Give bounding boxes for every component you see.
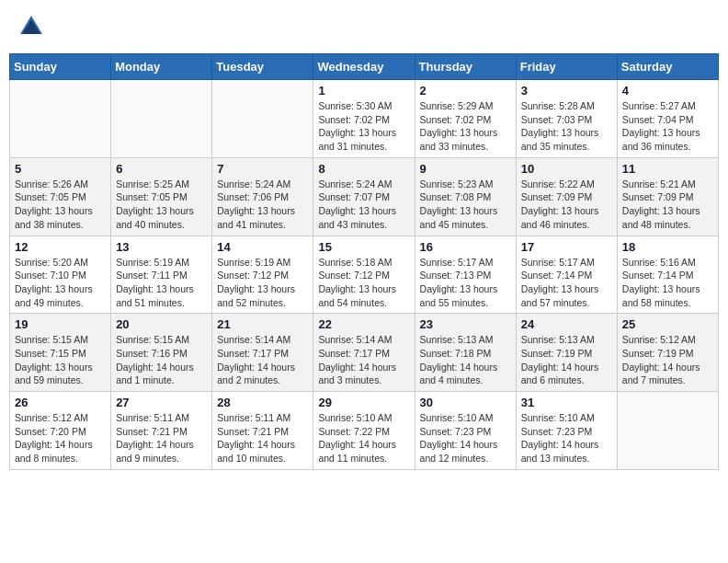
calendar-cell: 13Sunrise: 5:19 AM Sunset: 7:11 PM Dayli… — [111, 236, 212, 314]
calendar-cell — [212, 80, 313, 158]
day-info: Sunrise: 5:12 AM Sunset: 7:20 PM Dayligh… — [15, 411, 106, 465]
calendar-cell: 19Sunrise: 5:15 AM Sunset: 7:15 PM Dayli… — [10, 314, 111, 392]
day-info: Sunrise: 5:11 AM Sunset: 7:21 PM Dayligh… — [116, 411, 207, 465]
day-number: 18 — [622, 240, 713, 254]
calendar-cell: 23Sunrise: 5:13 AM Sunset: 7:18 PM Dayli… — [415, 314, 516, 392]
calendar-cell: 10Sunrise: 5:22 AM Sunset: 7:09 PM Dayli… — [516, 157, 617, 236]
calendar-week-row: 26Sunrise: 5:12 AM Sunset: 7:20 PM Dayli… — [10, 392, 719, 470]
day-info: Sunrise: 5:10 AM Sunset: 7:23 PM Dayligh… — [521, 411, 612, 465]
col-header-thursday: Thursday — [415, 54, 516, 80]
day-number: 26 — [15, 396, 106, 409]
col-header-monday: Monday — [111, 54, 212, 80]
day-info: Sunrise: 5:14 AM Sunset: 7:17 PM Dayligh… — [217, 333, 308, 387]
day-info: Sunrise: 5:21 AM Sunset: 7:09 PM Dayligh… — [622, 178, 713, 232]
logo — [18, 14, 48, 40]
calendar-cell: 16Sunrise: 5:17 AM Sunset: 7:13 PM Dayli… — [415, 236, 516, 314]
col-header-wednesday: Wednesday — [313, 54, 415, 80]
day-number: 2 — [420, 84, 511, 98]
calendar-cell: 9Sunrise: 5:23 AM Sunset: 7:08 PM Daylig… — [415, 157, 516, 236]
day-number: 5 — [15, 162, 106, 176]
day-number: 27 — [116, 396, 207, 409]
calendar-cell: 5Sunrise: 5:26 AM Sunset: 7:05 PM Daylig… — [10, 157, 111, 236]
calendar-cell: 11Sunrise: 5:21 AM Sunset: 7:09 PM Dayli… — [617, 157, 718, 236]
calendar-week-row: 5Sunrise: 5:26 AM Sunset: 7:05 PM Daylig… — [10, 157, 719, 236]
col-header-tuesday: Tuesday — [212, 54, 313, 80]
calendar-cell: 17Sunrise: 5:17 AM Sunset: 7:14 PM Dayli… — [516, 236, 617, 314]
day-number: 19 — [15, 317, 106, 331]
col-header-sunday: Sunday — [10, 54, 111, 80]
day-number: 1 — [318, 84, 409, 98]
day-info: Sunrise: 5:18 AM Sunset: 7:12 PM Dayligh… — [318, 256, 409, 310]
calendar-table: SundayMondayTuesdayWednesdayThursdayFrid… — [9, 53, 719, 470]
calendar-cell: 26Sunrise: 5:12 AM Sunset: 7:20 PM Dayli… — [10, 392, 111, 470]
day-number: 7 — [217, 162, 308, 176]
calendar-cell: 7Sunrise: 5:24 AM Sunset: 7:06 PM Daylig… — [212, 157, 313, 236]
calendar-cell: 20Sunrise: 5:15 AM Sunset: 7:16 PM Dayli… — [111, 314, 212, 392]
day-number: 28 — [217, 396, 308, 409]
day-number: 12 — [15, 240, 106, 254]
calendar-cell: 22Sunrise: 5:14 AM Sunset: 7:17 PM Dayli… — [313, 314, 415, 392]
day-number: 14 — [217, 240, 308, 254]
calendar-cell: 30Sunrise: 5:10 AM Sunset: 7:23 PM Dayli… — [415, 392, 516, 470]
calendar-cell: 29Sunrise: 5:10 AM Sunset: 7:22 PM Dayli… — [313, 392, 415, 470]
day-number: 15 — [318, 240, 409, 254]
calendar-cell: 25Sunrise: 5:12 AM Sunset: 7:19 PM Dayli… — [617, 314, 718, 392]
calendar-cell: 3Sunrise: 5:28 AM Sunset: 7:03 PM Daylig… — [516, 80, 617, 158]
calendar-cell: 21Sunrise: 5:14 AM Sunset: 7:17 PM Dayli… — [212, 314, 313, 392]
day-number: 10 — [521, 162, 612, 176]
calendar-cell — [617, 392, 718, 470]
day-number: 4 — [622, 84, 713, 98]
calendar-cell: 6Sunrise: 5:25 AM Sunset: 7:05 PM Daylig… — [111, 157, 212, 236]
calendar-cell: 28Sunrise: 5:11 AM Sunset: 7:21 PM Dayli… — [212, 392, 313, 470]
day-info: Sunrise: 5:24 AM Sunset: 7:07 PM Dayligh… — [318, 178, 409, 232]
page-header — [9, 9, 719, 44]
day-number: 17 — [521, 240, 612, 254]
day-info: Sunrise: 5:15 AM Sunset: 7:16 PM Dayligh… — [116, 333, 207, 387]
day-info: Sunrise: 5:11 AM Sunset: 7:21 PM Dayligh… — [217, 411, 308, 465]
day-info: Sunrise: 5:28 AM Sunset: 7:03 PM Dayligh… — [521, 99, 612, 154]
day-info: Sunrise: 5:23 AM Sunset: 7:08 PM Dayligh… — [420, 178, 511, 232]
day-info: Sunrise: 5:29 AM Sunset: 7:02 PM Dayligh… — [420, 99, 511, 154]
calendar-cell: 2Sunrise: 5:29 AM Sunset: 7:02 PM Daylig… — [415, 80, 516, 158]
col-header-saturday: Saturday — [617, 54, 718, 80]
calendar-cell: 27Sunrise: 5:11 AM Sunset: 7:21 PM Dayli… — [111, 392, 212, 470]
day-info: Sunrise: 5:17 AM Sunset: 7:13 PM Dayligh… — [420, 256, 511, 310]
col-header-friday: Friday — [516, 54, 617, 80]
calendar-cell: 12Sunrise: 5:20 AM Sunset: 7:10 PM Dayli… — [10, 236, 111, 314]
day-number: 30 — [420, 396, 511, 409]
day-number: 24 — [521, 317, 612, 331]
day-info: Sunrise: 5:25 AM Sunset: 7:05 PM Dayligh… — [116, 178, 207, 232]
calendar-cell — [111, 80, 212, 158]
day-info: Sunrise: 5:16 AM Sunset: 7:14 PM Dayligh… — [622, 256, 713, 310]
calendar-cell: 4Sunrise: 5:27 AM Sunset: 7:04 PM Daylig… — [617, 80, 718, 158]
day-number: 13 — [116, 240, 207, 254]
day-info: Sunrise: 5:12 AM Sunset: 7:19 PM Dayligh… — [622, 333, 713, 387]
day-number: 23 — [420, 317, 511, 331]
calendar-cell: 14Sunrise: 5:19 AM Sunset: 7:12 PM Dayli… — [212, 236, 313, 314]
calendar-cell: 18Sunrise: 5:16 AM Sunset: 7:14 PM Dayli… — [617, 236, 718, 314]
day-number: 31 — [521, 396, 612, 409]
day-info: Sunrise: 5:30 AM Sunset: 7:02 PM Dayligh… — [318, 99, 409, 154]
calendar-header-row: SundayMondayTuesdayWednesdayThursdayFrid… — [10, 54, 719, 80]
day-info: Sunrise: 5:20 AM Sunset: 7:10 PM Dayligh… — [15, 256, 106, 310]
calendar-cell: 31Sunrise: 5:10 AM Sunset: 7:23 PM Dayli… — [516, 392, 617, 470]
day-info: Sunrise: 5:14 AM Sunset: 7:17 PM Dayligh… — [318, 333, 409, 387]
day-info: Sunrise: 5:19 AM Sunset: 7:11 PM Dayligh… — [116, 256, 207, 310]
day-info: Sunrise: 5:17 AM Sunset: 7:14 PM Dayligh… — [521, 256, 612, 310]
day-number: 9 — [420, 162, 511, 176]
day-info: Sunrise: 5:22 AM Sunset: 7:09 PM Dayligh… — [521, 178, 612, 232]
calendar-week-row: 1Sunrise: 5:30 AM Sunset: 7:02 PM Daylig… — [10, 80, 719, 158]
calendar-cell: 1Sunrise: 5:30 AM Sunset: 7:02 PM Daylig… — [313, 80, 415, 158]
day-info: Sunrise: 5:27 AM Sunset: 7:04 PM Dayligh… — [622, 99, 713, 154]
calendar-week-row: 12Sunrise: 5:20 AM Sunset: 7:10 PM Dayli… — [10, 236, 719, 314]
day-info: Sunrise: 5:15 AM Sunset: 7:15 PM Dayligh… — [15, 333, 106, 387]
logo-icon — [18, 14, 44, 40]
day-info: Sunrise: 5:13 AM Sunset: 7:18 PM Dayligh… — [420, 333, 511, 387]
calendar-cell: 15Sunrise: 5:18 AM Sunset: 7:12 PM Dayli… — [313, 236, 415, 314]
calendar-cell — [10, 80, 111, 158]
day-info: Sunrise: 5:10 AM Sunset: 7:22 PM Dayligh… — [318, 411, 409, 465]
day-info: Sunrise: 5:24 AM Sunset: 7:06 PM Dayligh… — [217, 178, 308, 232]
calendar-cell: 24Sunrise: 5:13 AM Sunset: 7:19 PM Dayli… — [516, 314, 617, 392]
day-number: 6 — [116, 162, 207, 176]
day-info: Sunrise: 5:10 AM Sunset: 7:23 PM Dayligh… — [420, 411, 511, 465]
